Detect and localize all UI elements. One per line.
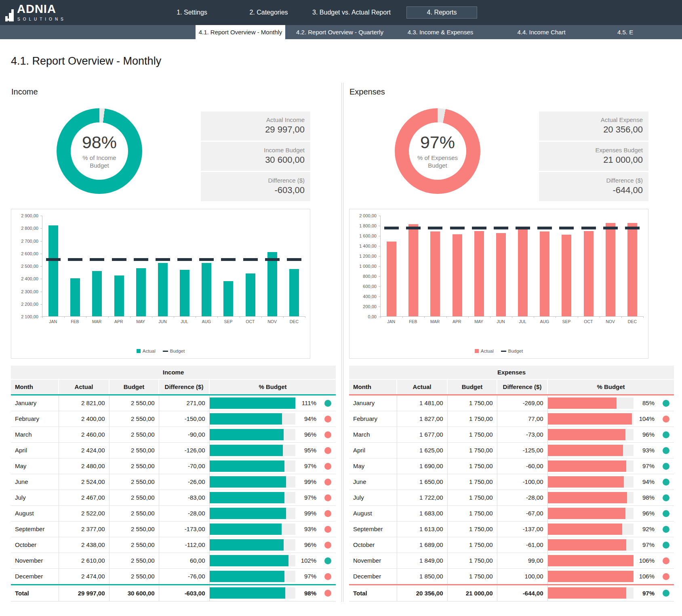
cell-month: September (349, 521, 397, 537)
col-header-actual: Actual (59, 379, 109, 395)
pct-bar-track (548, 429, 634, 440)
cell-month: Total (349, 584, 397, 601)
nav-tab-3-budget-vs-actual-report[interactable]: 3. Budget vs. Actual Report (309, 0, 394, 25)
table-row: December1 850,001 750,00100,00106% (349, 568, 674, 584)
nav-tab-2-categories[interactable]: 2. Categories (236, 0, 301, 25)
cell-pct-bar (547, 474, 634, 490)
pct-bar-fill (548, 539, 626, 551)
table-title-row: Income (11, 366, 336, 379)
cell-month: April (11, 442, 59, 458)
pct-bar-track (210, 397, 296, 409)
legend-actual-label: Actual (481, 349, 494, 353)
nav-tab-4-reports[interactable]: 4. Reports (406, 6, 477, 19)
subnav-tab-4-4-income-chart[interactable]: 4.4. Income Chart (500, 25, 583, 39)
pct-bar-track (210, 587, 296, 599)
y-tick-mark (379, 216, 381, 216)
status-dot-good (324, 400, 331, 407)
table-row: August1 683,001 750,00-67,0096% (349, 505, 674, 521)
stat-box-expenses-budget: Expenses Budget21 000,00 (539, 142, 648, 171)
x-tick-label: FEB (409, 319, 417, 324)
cell-actual: 1 613,00 (397, 521, 447, 537)
budget-dash-may (134, 258, 148, 261)
stat-label: Actual Expense (539, 111, 643, 123)
cell-status (658, 568, 674, 584)
brand-name: ADNIA (17, 4, 66, 14)
subnav-tab-4-2-report-overview-quarterly[interactable]: 4.2. Report Overview - Quarterly (293, 25, 387, 39)
cell-month: August (349, 505, 397, 521)
actual-bar-jun (496, 233, 506, 316)
x-tick-label: JUN (497, 319, 505, 324)
cell-month: July (11, 490, 59, 505)
y-tick-mark (379, 296, 381, 297)
y-tick-mark (379, 256, 381, 256)
actual-bar-apr (114, 275, 124, 316)
cell-month: December (11, 568, 59, 584)
status-dot-good (663, 431, 669, 438)
table-title-row: Expenses (349, 366, 674, 379)
cell-actual: 2 467,00 (59, 490, 109, 505)
cell-month: July (349, 490, 397, 505)
legend-budget-label: Budget (170, 349, 185, 353)
y-tick-label: 200,00 (363, 304, 377, 309)
donut-caption: % of Expenses Budget (412, 154, 463, 170)
cell-difference: 60,00 (159, 553, 209, 568)
y-tick-label: 1 600,00 (359, 233, 377, 238)
cell-budget: 1 750,00 (447, 395, 497, 411)
col-header-difference: Difference ($) (159, 379, 209, 395)
table-row: June1 650,001 750,00-100,0094% (349, 474, 674, 490)
col-header-month: Month (11, 379, 59, 395)
pct-bar-fill (548, 571, 634, 582)
chart-legend: ActualBudget (354, 349, 643, 354)
cell-status (320, 553, 336, 568)
table-row: March2 460,002 550,00-90,0096% (11, 427, 336, 442)
budget-dash-oct (581, 227, 596, 229)
subnav-tab-4-5-e[interactable]: 4.5. E (617, 25, 682, 39)
monthly-bar-chart: 2 900,002 800,002 700,002 600,002 500,00… (11, 209, 310, 359)
cell-actual: 1 625,00 (397, 442, 447, 458)
cell-pct-bar (209, 474, 295, 490)
cell-status (320, 474, 336, 490)
cell-actual: 1 690,00 (397, 458, 447, 474)
budget-dash-jun (156, 258, 170, 261)
cell-difference: -28,00 (159, 505, 209, 521)
actual-bar-may (136, 268, 146, 316)
cell-month: June (349, 474, 397, 490)
pct-bar-track (210, 571, 296, 582)
budget-dash-nov (603, 227, 618, 229)
cell-budget: 2 550,00 (109, 521, 159, 537)
cell-difference: 99,00 (497, 553, 547, 568)
y-tick-label: 2 100,00 (21, 314, 38, 319)
cell-budget: 1 750,00 (447, 553, 497, 568)
cell-status (320, 490, 336, 505)
stat-boxes: Actual Income29 997,00Income Budget30 60… (201, 111, 310, 201)
pct-bar-fill (210, 555, 288, 566)
pct-bar-fill (210, 476, 286, 488)
actual-bar-sep (562, 235, 571, 316)
legend-actual: Actual (137, 349, 156, 353)
cell-actual: 2 438,00 (59, 537, 109, 553)
budget-dash-jul (516, 227, 530, 229)
status-dot-good (663, 400, 669, 407)
y-tick-label: 1 800,00 (359, 223, 377, 228)
status-dot-bad (324, 526, 331, 533)
total-row: Total20 356,0021 000,00-644,0097% (349, 584, 674, 601)
y-tick-label: 2 900,00 (21, 213, 38, 218)
actual-bar-apr (453, 234, 462, 316)
pct-bar-fill (548, 397, 617, 409)
pct-bar-track (210, 445, 296, 456)
cell-pct-value: 96% (295, 537, 320, 553)
budget-dash-aug (199, 258, 214, 261)
cell-actual: 2 424,00 (59, 442, 109, 458)
subnav-tab-4-3-income-expenses[interactable]: 4.3. Income & Expenses (399, 25, 482, 39)
cell-pct-bar (547, 553, 634, 568)
cell-month: May (11, 458, 59, 474)
status-dot-good (663, 463, 669, 470)
subnav-tab-4-1-report-overview-monthly[interactable]: 4.1. Report Overview - Monthly (196, 25, 285, 39)
x-tick-label: APR (453, 319, 461, 324)
cell-month: December (349, 568, 397, 584)
legend-budget: Budget (163, 349, 185, 353)
nav-tab-1-settings[interactable]: 1. Settings (162, 0, 222, 25)
x-tick-label: JAN (49, 319, 57, 324)
pct-bar-fill (210, 571, 285, 582)
table-row: May1 690,001 750,00-60,0097% (349, 458, 674, 474)
